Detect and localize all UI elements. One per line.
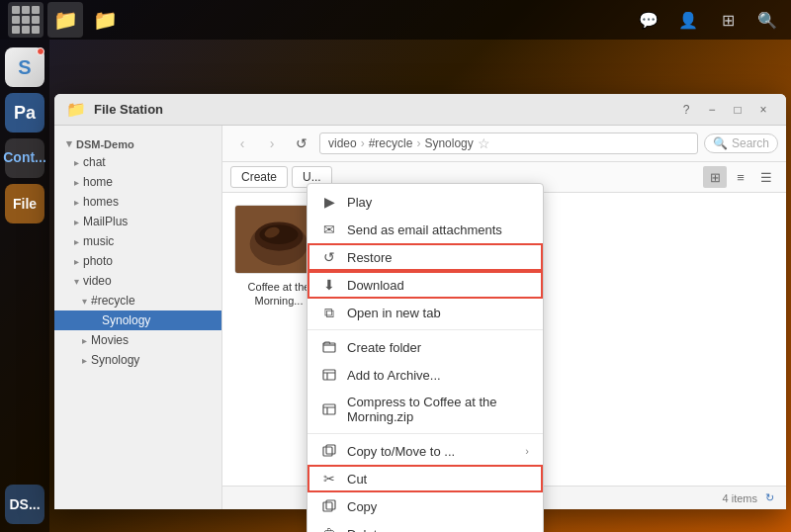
toolbar: ‹ › ↺ video › #recycle › Synology ☆ 🔍 Se… [222, 126, 786, 162]
window-title: File Station [94, 102, 667, 117]
taskbar-right: 💬 👤 ⊞ 🔍 [633, 4, 783, 36]
chevron-icon: ▾ [74, 276, 79, 287]
ctx-send-email[interactable]: ✉ Send as email attachments [308, 216, 543, 243]
window-maximize-button[interactable]: □ [727, 99, 748, 121]
view-buttons: ⊞ ≡ ☰ [703, 166, 778, 188]
window-minimize-button[interactable]: − [701, 99, 723, 121]
sidebar-item-label: Synology [91, 353, 139, 367]
search-icon[interactable]: 🔍 [751, 4, 783, 36]
window-icon[interactable]: ⊞ [712, 4, 744, 36]
sidebar-item-chat[interactable]: ▸ chat [54, 152, 221, 172]
ctx-download-label: Download [347, 278, 404, 293]
chevron-icon: ▸ [74, 157, 79, 168]
sidebar-item-home[interactable]: ▸ home [54, 172, 221, 192]
breadcrumb-part-synology[interactable]: Synology [424, 136, 473, 150]
back-button[interactable]: ‹ [230, 132, 254, 155]
ctx-delete-label: Delete [347, 527, 385, 533]
search-bar[interactable]: 🔍 Search [704, 133, 778, 153]
refresh-button[interactable]: ↺ [290, 132, 313, 155]
sidebar-item-movies[interactable]: ▸ Movies [54, 330, 221, 350]
svg-rect-9 [323, 370, 335, 380]
sidebar-item-homes[interactable]: ▸ homes [54, 192, 221, 212]
breadcrumb-sep-1: › [361, 136, 365, 150]
ctx-delete[interactable]: 🗑 Delete [308, 520, 543, 532]
sidebar-section-label: DSM-Demo [76, 138, 134, 150]
bookmark-button[interactable]: ☆ [478, 135, 490, 151]
ctx-divider-1 [308, 329, 543, 330]
ctx-copy-move[interactable]: Copy to/Move to ... › [308, 437, 543, 465]
taskbar-file-station-1[interactable]: 📁 [47, 2, 83, 38]
email-icon: ✉ [321, 222, 337, 237]
window-close-button[interactable]: × [752, 99, 774, 121]
sidebar-item-label: music [83, 234, 114, 248]
create-button[interactable]: Create [230, 166, 288, 188]
svg-rect-12 [326, 445, 335, 454]
detail-view-button[interactable]: ☰ [754, 166, 778, 188]
chevron-icon: ▸ [74, 256, 79, 267]
sidebar-item-video[interactable]: ▾ video [54, 271, 221, 291]
dock-package[interactable]: Pa [5, 93, 44, 133]
window-help-button[interactable]: ? [675, 99, 697, 121]
taskbar-main-menu[interactable] [8, 2, 44, 38]
ctx-cut[interactable]: ✂ Cut [308, 465, 543, 492]
dock-file[interactable]: File [5, 184, 44, 223]
sidebar-item-label: homes [83, 195, 119, 209]
ctx-create-folder[interactable]: Create folder [308, 333, 543, 361]
ctx-restore-label: Restore [347, 250, 393, 265]
svg-rect-13 [323, 502, 332, 511]
restore-icon: ↺ [321, 249, 337, 265]
submenu-arrow-icon: › [525, 445, 529, 457]
sidebar-item-label: chat [83, 155, 106, 169]
ctx-download[interactable]: ⬇ Download [308, 271, 543, 299]
dock-dsm[interactable]: DS... [5, 485, 44, 524]
sidebar-item-label: video [83, 274, 112, 288]
open-tab-icon: ⧉ [321, 305, 337, 320]
user-icon[interactable]: 👤 [672, 4, 704, 36]
chevron-icon: ▸ [74, 177, 79, 188]
search-icon: 🔍 [713, 136, 728, 150]
sidebar-item-recycle[interactable]: ▾ #recycle [54, 291, 221, 310]
sidebar-section-header: ▾ DSM-Demo [54, 133, 221, 152]
window-controls: ? − □ × [675, 99, 774, 121]
svg-rect-14 [326, 500, 335, 509]
search-placeholder: Search [732, 136, 769, 150]
items-count: 4 items [723, 492, 757, 504]
chat-icon[interactable]: 💬 [633, 4, 664, 36]
taskbar-top: 📁 📁 💬 👤 ⊞ 🔍 [0, 0, 791, 40]
ctx-open-new-tab[interactable]: ⧉ Open in new tab [308, 299, 543, 326]
sidebar-item-label: Movies [91, 333, 129, 347]
ctx-copy-move-label: Copy to/Move to ... [347, 444, 455, 459]
sidebar-item-mailplus[interactable]: ▸ MailPlus [54, 212, 221, 231]
breadcrumb-bar: video › #recycle › Synology ☆ [319, 133, 698, 154]
create-folder-icon [321, 339, 337, 355]
ctx-create-folder-label: Create folder [347, 340, 421, 355]
ctx-compress[interactable]: Compress to Coffee at the Morning.zip [308, 389, 543, 430]
sidebar-item-synology-active[interactable]: Synology [54, 310, 221, 330]
status-refresh-button[interactable]: ↻ [765, 491, 774, 504]
ctx-compress-label: Compress to Coffee at the Morning.zip [347, 395, 529, 424]
sidebar-item-music[interactable]: ▸ music [54, 231, 221, 251]
delete-icon: 🗑 [321, 526, 337, 532]
taskbar-apps: 📁 📁 [8, 2, 633, 38]
chevron-icon: ▾ [82, 296, 87, 307]
ctx-copy[interactable]: Copy [308, 492, 543, 520]
forward-button[interactable]: › [260, 132, 284, 155]
dock-file-station[interactable]: Cont... [5, 138, 44, 178]
list-view-button[interactable]: ≡ [729, 166, 752, 188]
ctx-add-archive[interactable]: Add to Archive... [308, 361, 543, 389]
sidebar-item-photo[interactable]: ▸ photo [54, 251, 221, 271]
sidebar-item-synology[interactable]: ▸ Synology [54, 350, 221, 370]
breadcrumb-part-video[interactable]: video [328, 136, 357, 150]
archive-icon [321, 367, 337, 383]
grid-view-button[interactable]: ⊞ [703, 166, 727, 188]
ctx-email-label: Send as email attachments [347, 222, 502, 237]
chevron-icon: ▸ [74, 217, 79, 227]
sidebar: ▾ DSM-Demo ▸ chat ▸ home ▸ homes ▸ MailP… [54, 126, 222, 509]
ctx-play[interactable]: ▶ Play [308, 188, 543, 216]
ctx-restore[interactable]: ↺ Restore [308, 243, 543, 271]
chevron-icon: ▸ [74, 197, 79, 208]
dock-synology-s[interactable]: S [5, 47, 44, 87]
breadcrumb-part-recycle[interactable]: #recycle [369, 136, 413, 150]
taskbar-file-station-2[interactable]: 📁 [87, 2, 123, 38]
chevron-icon: ▸ [74, 236, 79, 247]
